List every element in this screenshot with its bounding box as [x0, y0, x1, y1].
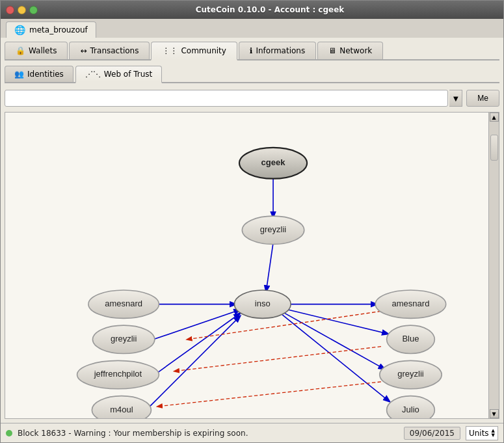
node-inso-label: inso	[255, 299, 271, 308]
status-date: 09/06/2015	[404, 427, 460, 440]
tab-transactions-label: Transactions	[90, 46, 139, 55]
node-jeffrenchpilot-label: jeffrenchpilot	[94, 369, 142, 379]
search-dropdown-button[interactable]: ▼	[449, 90, 462, 107]
minimize-button[interactable]	[18, 6, 26, 14]
me-button[interactable]: Me	[466, 90, 499, 107]
subtab-wot-label: Web of Trust	[104, 70, 152, 79]
network-icon: 🖥	[328, 46, 336, 55]
window-title: CuteCoin 0.10.0 - Account : cgeek	[42, 5, 498, 14]
chevron-down-icon: ▼	[453, 95, 458, 102]
tab-network[interactable]: 🖥 Network	[317, 42, 383, 59]
arrow-inso-julio	[282, 315, 390, 401]
scrollbar-thumb[interactable]	[490, 135, 498, 161]
node-m4oul-label: m4oul	[110, 405, 133, 414]
graph-container: cgeek greyzlii inso amesnard greyzlii je…	[5, 112, 499, 419]
search-input[interactable]	[5, 90, 448, 107]
tab-wallets-label: Wallets	[29, 46, 57, 55]
arrow-greyzlii-inso	[266, 243, 273, 291]
tab-informations-label: Informations	[256, 46, 305, 55]
node-greyzlii-top-label: greyzlii	[260, 224, 287, 234]
units-spinner[interactable]: ▲ ▼	[492, 429, 495, 438]
node-amesnard-left-label: amesnard	[105, 299, 142, 308]
tab-community[interactable]: ⋮⋮ Community	[151, 42, 237, 60]
identities-icon: 👥	[14, 70, 24, 79]
app-window: CuteCoin 0.10.0 - Account : cgeek 🌐 meta…	[0, 0, 504, 443]
main-tabs-bar: 🔒 Wallets ↔ Transactions ⋮⋮ Community ℹ …	[5, 42, 499, 60]
units-selector[interactable]: Units ▲ ▼	[466, 426, 498, 440]
node-amesnard-right-label: amesnard	[392, 299, 430, 308]
tab-community-label: Community	[181, 46, 226, 55]
wot-graph: cgeek greyzlii inso amesnard greyzlii je…	[5, 113, 499, 418]
units-down-arrow[interactable]: ▼	[492, 433, 495, 438]
main-content: 🔒 Wallets ↔ Transactions ⋮⋮ Community ℹ …	[1, 38, 503, 423]
tab-transactions[interactable]: ↔ Transactions	[69, 42, 150, 59]
subtab-identities[interactable]: 👥 Identities	[5, 66, 73, 82]
subtab-identities-label: Identities	[27, 70, 64, 79]
arrow-m4oul-inso	[150, 316, 240, 407]
node-blue-label: Blue	[402, 334, 419, 343]
account-tab[interactable]: 🌐 meta_brouzouf	[6, 21, 96, 38]
subtab-web-of-trust[interactable]: ⋰⋱ Web of Trust	[75, 66, 162, 83]
node-cgeek-label: cgeek	[261, 157, 286, 167]
account-tab-bar: 🌐 meta_brouzouf	[1, 19, 503, 38]
info-icon: ℹ	[250, 46, 253, 55]
tab-wallets[interactable]: 🔒 Wallets	[5, 42, 68, 59]
maximize-button[interactable]	[29, 6, 38, 14]
node-julio-label: Julio	[402, 405, 419, 414]
arrow-greyzlii-left-inso	[153, 310, 240, 340]
arrow-jeff-inso	[157, 314, 240, 373]
traffic-lights	[6, 6, 38, 14]
tab-network-label: Network	[339, 46, 372, 55]
scrollbar-down-arrow[interactable]: ▼	[490, 409, 499, 418]
arrow-red-3	[157, 382, 381, 407]
transactions-icon: ↔	[80, 46, 86, 55]
status-message: Block 18633 - Warning : Your membership …	[18, 429, 399, 438]
status-indicator	[6, 430, 12, 436]
wallet-icon: 🔒	[16, 46, 25, 55]
node-greyzlii-right-label: greyzlii	[397, 369, 424, 379]
scrollbar-up-arrow[interactable]: ▲	[490, 113, 499, 122]
statusbar: Block 18633 - Warning : Your membership …	[1, 423, 503, 442]
close-button[interactable]	[6, 6, 14, 14]
node-greyzlii-left-label: greyzlii	[111, 334, 137, 343]
vertical-scrollbar[interactable]: ▲ ▼	[488, 113, 499, 418]
account-tab-label: meta_brouzouf	[29, 25, 88, 34]
units-label: Units	[469, 429, 489, 438]
titlebar: CuteCoin 0.10.0 - Account : cgeek	[1, 1, 503, 19]
community-icon: ⋮⋮	[162, 46, 178, 55]
globe-icon: 🌐	[14, 25, 25, 35]
tab-informations[interactable]: ℹ Informations	[239, 42, 316, 59]
subtabs-bar: 👥 Identities ⋰⋱ Web of Trust	[5, 63, 499, 83]
wot-toolbar: ▼ Me	[5, 86, 499, 109]
wot-icon: ⋰⋱	[85, 70, 101, 79]
